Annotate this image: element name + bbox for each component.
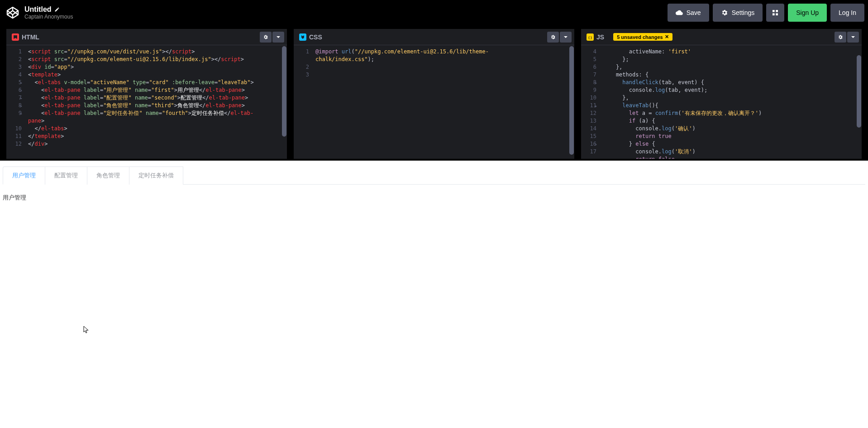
- header: Untitled Captain Anonymous Save Settings…: [0, 0, 868, 25]
- css-panel: CSS 123 @import url("//unpkg.com/element…: [294, 29, 574, 159]
- gear-icon: [838, 34, 843, 40]
- preview-tab-3[interactable]: 定时任务补偿: [129, 166, 183, 185]
- el-tabs: 用户管理配置管理角色管理定时任务补偿 用户管理: [0, 161, 868, 202]
- codepen-logo-icon[interactable]: [5, 5, 20, 20]
- css-settings-button[interactable]: [547, 32, 559, 43]
- el-tabs-nav: 用户管理配置管理角色管理定时任务补偿: [3, 166, 865, 185]
- css-scrollbar[interactable]: [569, 46, 574, 158]
- js-dropdown-button[interactable]: [847, 32, 859, 43]
- css-editor[interactable]: 123 @import url("//unpkg.com/element-ui@…: [294, 45, 574, 159]
- svg-text:( ): ( ): [588, 35, 592, 39]
- signup-button[interactable]: Sign Up: [788, 4, 827, 22]
- svg-rect-0: [773, 10, 775, 12]
- js-editor[interactable]: 45678▸91011▸1213141516▸17 activeName: 'f…: [581, 45, 862, 159]
- html-scrollbar[interactable]: [282, 46, 286, 158]
- login-button[interactable]: Log In: [830, 4, 864, 22]
- editors-row: HTML 12345▸6▸7▸8▸9▸101112 <script src="/…: [0, 25, 868, 159]
- js-panel-tab[interactable]: ( ) JS: [581, 31, 610, 43]
- js-scrollbar[interactable]: [857, 46, 861, 158]
- pen-author[interactable]: Captain Anonymous: [24, 14, 668, 20]
- css-icon: [299, 33, 306, 41]
- css-panel-header: CSS: [294, 29, 574, 45]
- css-dropdown-button[interactable]: [560, 32, 572, 43]
- header-buttons: Save Settings Sign Up Log In: [668, 4, 864, 22]
- preview-tab-1[interactable]: 配置管理: [45, 166, 87, 185]
- chevron-down-icon: [276, 35, 281, 39]
- cloud-icon: [676, 9, 683, 16]
- tab-content: 用户管理: [3, 185, 865, 202]
- html-panel-header: HTML: [6, 29, 287, 45]
- chevron-down-icon: [563, 35, 568, 39]
- pen-title[interactable]: Untitled: [24, 5, 52, 14]
- html-panel-tab[interactable]: HTML: [6, 31, 45, 43]
- settings-button[interactable]: Settings: [713, 4, 763, 22]
- js-panel: ( ) JS 5 unsaved changes ✕ 45678▸91011▸1…: [581, 29, 862, 159]
- gear-icon: [550, 34, 556, 40]
- close-unsaved-icon[interactable]: ✕: [665, 34, 669, 40]
- html-editor[interactable]: 12345▸6▸7▸8▸9▸101112 <script src="//unpk…: [6, 45, 287, 159]
- unsaved-changes-badge: 5 unsaved changes ✕: [613, 33, 672, 41]
- save-button[interactable]: Save: [668, 4, 709, 22]
- gear-icon: [263, 34, 268, 40]
- html-settings-button[interactable]: [260, 32, 272, 43]
- html-icon: [12, 33, 19, 41]
- html-panel: HTML 12345▸6▸7▸8▸9▸101112 <script src="/…: [6, 29, 287, 159]
- preview-tab-0[interactable]: 用户管理: [3, 166, 45, 185]
- svg-rect-2: [773, 13, 775, 15]
- edit-title-icon[interactable]: [54, 7, 60, 12]
- js-settings-button[interactable]: [835, 32, 846, 43]
- html-dropdown-button[interactable]: [272, 32, 284, 43]
- chevron-down-icon: [851, 35, 855, 39]
- gear-icon: [721, 9, 728, 16]
- layout-icon: [772, 9, 779, 16]
- mouse-cursor-icon: [83, 326, 90, 334]
- svg-rect-1: [776, 10, 778, 12]
- css-panel-tab[interactable]: CSS: [294, 31, 328, 43]
- preview-pane: 用户管理配置管理角色管理定时任务补偿 用户管理: [0, 161, 868, 428]
- preview-tab-2[interactable]: 角色管理: [87, 166, 129, 185]
- title-area: Untitled Captain Anonymous: [24, 5, 668, 20]
- js-panel-header: ( ) JS 5 unsaved changes ✕: [581, 29, 862, 45]
- js-icon: ( ): [587, 33, 594, 41]
- svg-rect-3: [776, 13, 778, 15]
- layout-button[interactable]: [766, 4, 784, 22]
